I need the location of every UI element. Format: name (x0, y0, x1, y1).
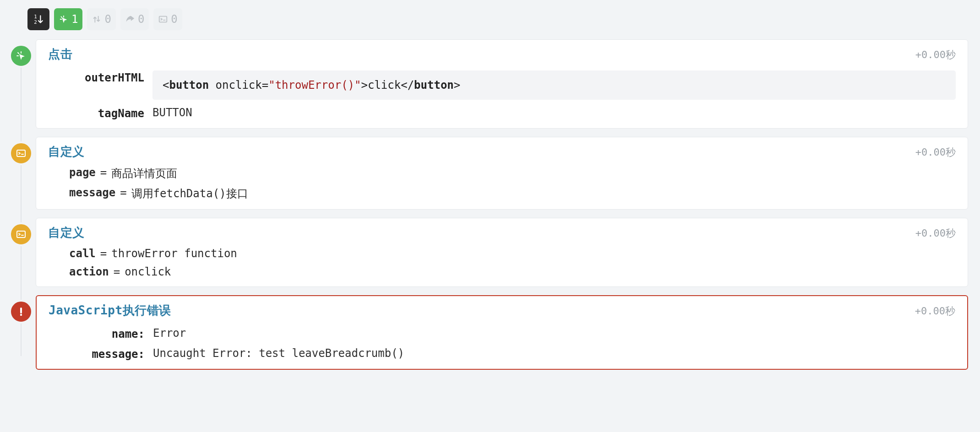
event-bullet (9, 39, 33, 129)
event-click: 点击 +0.00秒 outerHTML <button onclick="thr… (9, 39, 971, 129)
svg-rect-2 (159, 16, 167, 22)
event-custom: 自定义 +0.00秒 page = 商品详情页面 message = 调用fet… (9, 137, 971, 210)
pair-key: name (49, 327, 145, 340)
event-error: JavaScript执行错误 +0.00秒 name Error message… (9, 295, 971, 370)
event-bullet (9, 218, 33, 287)
svg-rect-4 (17, 231, 25, 238)
breadcrumb-timeline: 1 2 1 0 0 (0, 0, 980, 383)
console-icon (16, 148, 27, 159)
toolbar: 1 2 1 0 0 (27, 8, 971, 30)
prop-value: <button onclick="throwError()">click</bu… (152, 70, 956, 100)
console-count: 0 (171, 14, 177, 25)
share-filter-button[interactable]: 0 (120, 8, 149, 30)
prop-key: tagName (48, 106, 144, 120)
event-card[interactable]: JavaScript执行错误 +0.00秒 name Error message… (36, 295, 968, 370)
card-body: call = throwError function action = oncl… (48, 247, 956, 278)
click-burst-icon (59, 14, 69, 24)
pair-key: action (69, 265, 109, 278)
sort-numeric-icon: 1 2 (33, 13, 44, 25)
pair-key: message (49, 347, 145, 361)
error-icon (16, 306, 27, 317)
event-custom: 自定义 +0.00秒 call = throwError function ac… (9, 218, 971, 287)
pair-val: throwError function (111, 247, 237, 260)
prop-value: BUTTON (152, 106, 956, 119)
pair-val: Uncaught Error: test leaveBreadcrumb() (153, 347, 955, 360)
console-filter-button[interactable]: 0 (153, 8, 182, 30)
pair-val: Error (153, 327, 955, 340)
timeline: 点击 +0.00秒 outerHTML <button onclick="thr… (9, 39, 971, 370)
card-title: 点击 (48, 46, 72, 62)
card-time: +0.00秒 (915, 304, 955, 318)
event-card[interactable]: 自定义 +0.00秒 page = 商品详情页面 message = 调用fet… (36, 137, 968, 210)
card-head: 点击 +0.00秒 (48, 46, 956, 62)
card-title: JavaScript执行错误 (49, 302, 171, 319)
pair-key: page (69, 166, 96, 181)
network-updown-icon (92, 14, 102, 24)
pair-val: 调用fetchData()接口 (131, 186, 248, 201)
sort-button[interactable]: 1 2 (27, 8, 49, 30)
card-title: 自定义 (48, 225, 85, 241)
svg-text:2: 2 (34, 19, 37, 25)
card-time: +0.00秒 (915, 48, 956, 62)
pair-key: call (69, 247, 96, 260)
svg-rect-3 (17, 150, 25, 157)
svg-point-6 (20, 314, 22, 316)
prop-key: outerHTML (48, 70, 144, 84)
pair-key: message (69, 186, 115, 201)
share-count: 0 (138, 14, 144, 25)
network-count: 0 (104, 14, 111, 25)
event-bullet (9, 137, 33, 210)
console-icon (16, 229, 27, 240)
pair-val: onclick (125, 265, 171, 278)
clicks-count: 1 (71, 14, 78, 25)
card-body: page = 商品详情页面 message = 调用fetchData()接口 (48, 166, 956, 201)
card-time: +0.00秒 (915, 227, 956, 240)
event-bullet (9, 295, 33, 370)
event-card[interactable]: 自定义 +0.00秒 call = throwError function ac… (36, 218, 968, 287)
card-head: JavaScript执行错误 +0.00秒 (49, 302, 955, 319)
network-filter-button[interactable]: 0 (87, 8, 115, 30)
card-time: +0.00秒 (915, 146, 956, 159)
pair-val: 商品详情页面 (111, 166, 177, 181)
kv-row: message = 调用fetchData()接口 (69, 186, 956, 201)
code-outerhtml: <button onclick="throwError()">click</bu… (152, 70, 956, 100)
kv-row: page = 商品详情页面 (69, 166, 956, 181)
share-arrow-icon (125, 14, 135, 24)
clicks-filter-button[interactable]: 1 (54, 8, 82, 30)
event-card[interactable]: 点击 +0.00秒 outerHTML <button onclick="thr… (36, 39, 968, 129)
card-head: 自定义 +0.00秒 (48, 144, 956, 160)
card-head: 自定义 +0.00秒 (48, 225, 956, 241)
console-icon (158, 14, 168, 24)
kv-row: call = throwError function (69, 247, 956, 260)
kv-row: action = onclick (69, 265, 956, 278)
card-body: outerHTML <button onclick="throwError()"… (48, 70, 956, 120)
card-body: name Error message Uncaught Error: test … (49, 327, 955, 361)
click-burst-icon (16, 50, 27, 61)
card-title: 自定义 (48, 144, 85, 160)
